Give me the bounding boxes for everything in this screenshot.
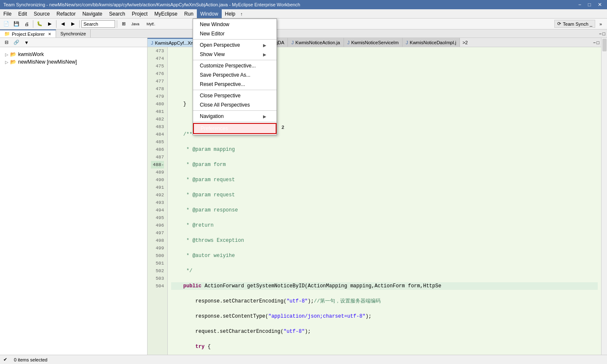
menu-new-editor[interactable]: New Editor: [193, 29, 277, 38]
close-all-perspectives-label: Close All Perspectives: [200, 102, 250, 108]
window-menu: New Window New Editor Open Perspective ▶…: [193, 19, 277, 135]
menu-open-perspective[interactable]: Open Perspective ▶: [193, 40, 277, 50]
sep-4: [193, 110, 277, 111]
sep-2: [193, 60, 277, 60]
menu-customize-perspective[interactable]: Customize Perspective...: [193, 61, 277, 70]
preferences-label: Preferences: [201, 126, 228, 131]
preferences-number: 2: [282, 125, 284, 130]
save-perspective-label: Save Perspective As...: [200, 72, 250, 78]
navigation-label: Navigation: [200, 113, 224, 119]
show-view-arrow: ▶: [263, 52, 266, 57]
sep-5: [193, 122, 277, 122]
show-view-label: Show View: [200, 51, 225, 57]
dropdown-overlay[interactable]: [0, 0, 607, 364]
menu-navigation[interactable]: Navigation ▶: [193, 112, 277, 121]
menu-close-all-perspectives[interactable]: Close All Perspectives: [193, 100, 277, 110]
menu-show-view[interactable]: Show View ▶: [193, 50, 277, 59]
menu-preferences[interactable]: Preferences 2: [193, 123, 277, 134]
menu-close-perspective[interactable]: Close Perspective: [193, 91, 277, 100]
menu-reset-perspective[interactable]: Reset Perspective...: [193, 80, 277, 89]
menu-save-perspective[interactable]: Save Perspective As...: [193, 70, 277, 80]
close-perspective-label: Close Perspective: [200, 93, 241, 99]
navigation-arrow: ▶: [263, 114, 266, 119]
reset-perspective-label: Reset Perspective...: [200, 81, 245, 87]
open-perspective-arrow: ▶: [263, 43, 266, 48]
new-editor-label: New Editor: [200, 31, 225, 37]
new-window-label: New Window: [200, 21, 229, 27]
sep-3: [193, 90, 277, 90]
open-perspective-label: Open Perspective: [200, 42, 240, 48]
customize-perspective-label: Customize Perspective...: [200, 63, 256, 69]
menu-new-window[interactable]: New Window: [193, 20, 277, 29]
sep-1: [193, 39, 277, 40]
